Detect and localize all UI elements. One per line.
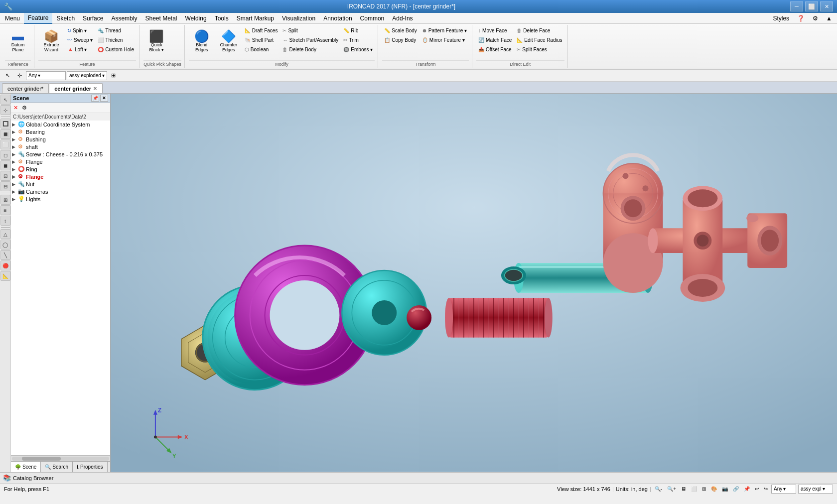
- lt-btn-4[interactable]: 🔳: [0, 129, 10, 139]
- catalog-browser[interactable]: 📚 Catalog Browser: [0, 472, 837, 483]
- tree-item-screw[interactable]: ▶ 🔩 Screw : Cheese - 0.216 x 0.375: [11, 150, 110, 158]
- view-btn-9[interactable]: ↪: [762, 486, 769, 492]
- lt-btn-17[interactable]: 📐: [0, 271, 10, 281]
- move-face-button[interactable]: ↕ Move Face: [476, 26, 514, 35]
- view-btn-8[interactable]: ↩: [753, 486, 760, 492]
- sweep-button[interactable]: 〰 Sweep ▾: [65, 35, 95, 44]
- status-assy-combo[interactable]: assy expl ▾: [798, 485, 833, 494]
- menu-smartmarkup[interactable]: Smart Markup: [233, 13, 278, 24]
- tree-item-flange1[interactable]: ▶ ⚙ Flange: [11, 158, 110, 165]
- tree-item-bearing[interactable]: ▶ ⚙ Bearing: [11, 128, 110, 135]
- qa-view-combo[interactable]: assy exploded ▾: [67, 71, 107, 80]
- tree-item-gcs[interactable]: ▶ 🌐 Global Coordinate System: [11, 121, 110, 128]
- scene-tab-search[interactable]: 🔍 Search: [41, 462, 73, 472]
- qa-select2-button[interactable]: ⊹: [14, 71, 25, 81]
- scene-close-button[interactable]: ✕: [100, 95, 108, 102]
- qa-grid-button[interactable]: ⊞: [108, 71, 119, 81]
- view-btn-4[interactable]: 🎨: [709, 486, 718, 492]
- menu-minimize-ribbon[interactable]: ▲: [822, 13, 836, 24]
- view-btn-7[interactable]: 📌: [742, 486, 751, 492]
- lt-btn-11[interactable]: ≡: [0, 205, 10, 215]
- view-btn-1[interactable]: 🖥: [680, 486, 688, 492]
- scene-tb-delete[interactable]: ✕: [12, 104, 19, 112]
- tree-item-lights[interactable]: ▶ 💡 Lights: [11, 195, 110, 203]
- doc-tab-2[interactable]: center grinder ✕: [49, 83, 103, 93]
- tree-item-flange2[interactable]: ▶ ⚙ Flange: [11, 173, 110, 180]
- menu-sheetmetal[interactable]: Sheet Metal: [141, 13, 181, 24]
- rib-button[interactable]: 📏 Rib: [341, 26, 375, 35]
- emboss-button[interactable]: 🔘 Emboss ▾: [341, 45, 375, 54]
- menu-styles[interactable]: Styles: [769, 13, 793, 24]
- lt-btn-6[interactable]: ◻: [0, 150, 10, 160]
- scene-tb-config[interactable]: ⚙: [20, 104, 28, 112]
- status-any-combo[interactable]: Any ▾: [771, 485, 796, 494]
- view-btn-3[interactable]: ⊞: [700, 486, 707, 492]
- view-btn-5[interactable]: 📷: [720, 486, 729, 492]
- doc-tab-1[interactable]: center grinder*: [2, 83, 49, 93]
- lt-btn-12[interactable]: ↕: [0, 216, 10, 226]
- lt-btn-13[interactable]: △: [0, 229, 10, 239]
- lt-btn-2[interactable]: ⊹: [0, 105, 10, 115]
- menu-addins[interactable]: Add-Ins: [388, 13, 417, 24]
- lt-btn-9[interactable]: ⊟: [0, 181, 10, 191]
- menu-visualization[interactable]: Visualization: [278, 13, 319, 24]
- extrude-wizard-button[interactable]: 📦 ExtrudeWizard: [38, 26, 64, 57]
- offset-face-button[interactable]: 📤 Offset Face: [476, 45, 514, 54]
- scene-scrollbar[interactable]: [11, 455, 110, 461]
- custom-hole-button[interactable]: ⭕ Custom Hole: [96, 45, 136, 54]
- lt-btn-8[interactable]: ⊡: [0, 171, 10, 181]
- doc-tab-2-close[interactable]: ✕: [93, 86, 97, 91]
- lt-btn-3[interactable]: 🔲: [0, 119, 10, 128]
- stretch-button[interactable]: ↔ Stretch Part/Assembly: [280, 35, 340, 44]
- tree-item-nut[interactable]: ▶ 🔩 Nut: [11, 180, 110, 188]
- lt-btn-15[interactable]: ╲: [0, 250, 10, 260]
- spin-button[interactable]: ↻ Spin ▾: [65, 26, 95, 35]
- thread-button[interactable]: 🔩 Thread: [96, 26, 136, 35]
- view-btn-6[interactable]: 🔗: [731, 486, 740, 492]
- menu-options[interactable]: ⚙: [809, 13, 822, 24]
- lt-btn-10[interactable]: ⊞: [0, 195, 10, 205]
- scene-pin-button[interactable]: 📌: [91, 95, 99, 102]
- zoom-out-button[interactable]: 🔍-: [653, 486, 664, 492]
- scale-body-button[interactable]: 📏 Scale Body: [382, 26, 419, 35]
- view-btn-2[interactable]: ⬜: [690, 486, 698, 492]
- menu-menu[interactable]: Menu: [1, 13, 24, 24]
- pattern-feature-button[interactable]: ⏺ Pattern Feature ▾: [420, 26, 469, 35]
- menu-assembly[interactable]: Assembly: [107, 13, 141, 24]
- minimize-button[interactable]: ─: [790, 1, 803, 11]
- boolean-button[interactable]: ⬡ Boolean: [243, 45, 280, 54]
- tree-item-shaft[interactable]: ▶ ⚙ shaft: [11, 143, 110, 150]
- lt-btn-16[interactable]: 🔴: [0, 260, 10, 270]
- qa-select-button[interactable]: ↖: [2, 71, 13, 81]
- menu-common[interactable]: Common: [356, 13, 389, 24]
- lt-btn-5[interactable]: ⬜: [0, 139, 10, 149]
- copy-body-button[interactable]: 📋 Copy Body: [382, 35, 419, 44]
- mirror-feature-button[interactable]: 🪞 Mirror Feature ▾: [420, 35, 469, 44]
- scene-tab-properties[interactable]: ℹ Properties: [73, 462, 108, 472]
- quick-block-button[interactable]: ⬛ QuickBlock ▾: [143, 26, 169, 57]
- zoom-in-button[interactable]: 🔍+: [666, 486, 678, 492]
- split-faces-button[interactable]: ✂ Split Faces: [515, 45, 564, 54]
- loft-button[interactable]: 🔺 Loft ▾: [65, 45, 95, 54]
- thicken-button[interactable]: ⬜ Thicken: [96, 35, 136, 44]
- menu-help[interactable]: ❓: [793, 13, 809, 24]
- lt-btn-14[interactable]: ◯: [0, 240, 10, 250]
- draft-faces-button[interactable]: 📐 Draft Faces: [243, 26, 280, 35]
- lt-btn-1[interactable]: ↖: [0, 95, 10, 105]
- trim-button[interactable]: ✂ Trim: [341, 35, 375, 44]
- menu-surface[interactable]: Surface: [79, 13, 107, 24]
- menu-annotation[interactable]: Annotation: [319, 13, 356, 24]
- delete-body-button[interactable]: 🗑 Delete Body: [280, 45, 340, 54]
- edit-face-radius-button[interactable]: 📐 Edit Face Radius: [515, 35, 564, 44]
- tree-item-cameras[interactable]: ▶ 📷 Cameras: [11, 188, 110, 195]
- tree-item-ring[interactable]: ▶ ⭕ Ring: [11, 165, 110, 173]
- blend-edges-button[interactable]: 🔵 BlendEdges: [189, 26, 215, 57]
- split-button[interactable]: ✂ Split: [280, 26, 340, 35]
- restore-button[interactable]: ⬜: [805, 1, 818, 11]
- close-button[interactable]: ✕: [820, 1, 833, 11]
- menu-welding[interactable]: Welding: [181, 13, 211, 24]
- datum-plane-button[interactable]: ▬ DatumPlane: [5, 26, 31, 57]
- shell-part-button[interactable]: 🐚 Shell Part: [243, 35, 280, 44]
- tree-item-bushing[interactable]: ▶ ⚙ Bushing: [11, 135, 110, 143]
- lt-btn-7[interactable]: ◼: [0, 160, 10, 170]
